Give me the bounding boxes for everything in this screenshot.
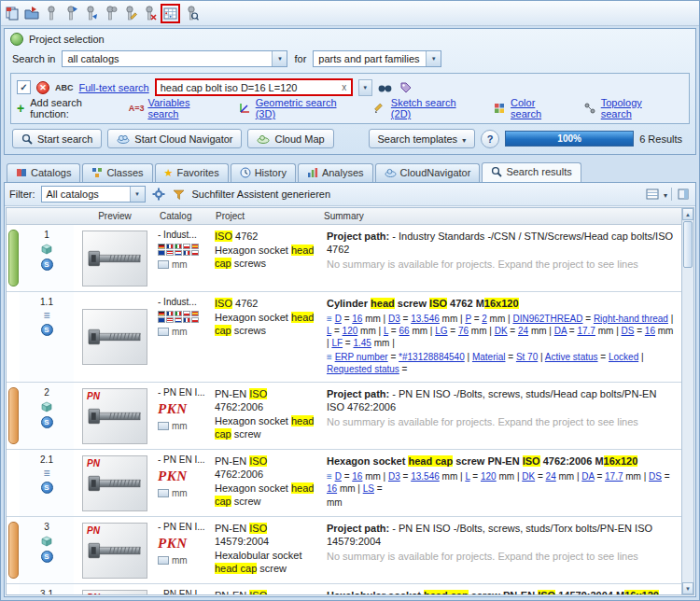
fulltext-search-link[interactable]: Full-text search [79,82,149,93]
value-link[interactable]: DK [495,326,508,336]
header-project[interactable]: Project [212,211,320,221]
value-link[interactable]: 16 [352,314,362,324]
scrollbar-thumb[interactable] [683,221,693,268]
value-link[interactable]: ERP number [335,352,388,362]
tab-history[interactable]: History [231,163,296,182]
value-link[interactable]: 13.546 [411,471,440,482]
project-cell[interactable]: PN-EN ISO 4762:2006Hexagon socket head c… [212,450,320,516]
preview-image[interactable]: PN [82,455,147,511]
bolt-copy-icon[interactable] [102,5,119,21]
start-search-button[interactable]: Start search [12,129,102,148]
bolt-search-icon[interactable] [183,5,200,21]
value-link[interactable]: LG [435,326,447,336]
value-link[interactable]: LF [331,338,343,348]
project-cell[interactable]: PN-EN ISO 14579:2004Hexalobular socket h… [212,517,320,583]
value-link[interactable]: LS [363,483,374,494]
value-link[interactable]: 17.7 [605,471,623,482]
search-templates-button[interactable]: Search templates [369,129,476,148]
cloud-map-button[interactable]: Cloud Map [247,129,333,148]
tab-favorites[interactable]: ★ Favorites [155,163,229,182]
chevron-down-icon[interactable] [664,189,667,200]
tab-cloudnavigator[interactable]: CloudNavigator [375,163,481,182]
add-icon[interactable]: + [17,103,24,114]
geometric-search-link[interactable]: Geometric search (3D) [237,97,358,119]
bolt-edit-icon[interactable] [121,5,138,21]
tab-classes[interactable]: Classes [82,163,152,182]
value-link[interactable]: D3 [388,314,400,324]
value-link[interactable]: Right-hand thread [594,314,668,324]
value-link[interactable]: DK [522,471,535,482]
value-link[interactable]: 120 [481,471,497,482]
project-cell[interactable]: PN-EN ISO 4762:2006Hexagon socket head c… [212,383,320,449]
project-cell[interactable]: ISO 4762Hexagon socket head cap screws [212,292,320,382]
query-history-dropdown[interactable] [358,79,372,96]
table-row[interactable]: 2 S PN - PN EN I... PKN mm PN-EN ISO 4 [7,383,681,450]
header-summary[interactable]: Summary [320,211,681,221]
gear-icon[interactable] [151,187,166,202]
remove-search-icon[interactable]: ✕ [36,81,49,94]
value-link[interactable]: 13.546 [411,314,440,324]
value-link[interactable]: 1.45 [353,338,371,348]
bolt-import-icon[interactable] [82,5,99,21]
value-link[interactable]: 66 [399,326,410,336]
tag-icon[interactable] [399,80,413,95]
search-for-select[interactable]: parts and part families [313,50,441,67]
value-link[interactable]: Material [472,352,506,362]
header-preview[interactable]: Preview [74,211,156,221]
preview-image[interactable] [82,231,147,287]
value-link[interactable]: DIN962THREAD [512,314,582,324]
preview-image[interactable]: PN [82,523,147,579]
value-link[interactable]: DA [581,471,594,482]
clear-input-icon[interactable]: x [338,82,351,92]
value-link[interactable]: Requested status [327,364,399,374]
bolt-icon[interactable] [43,5,60,21]
tab-search-results[interactable]: Search results [482,162,581,183]
fulltext-query-input[interactable]: head cap bolt iso D=16 L=120 x [155,78,353,96]
preview-image[interactable]: PN [82,388,147,444]
filter-wizard-icon[interactable] [172,187,187,202]
value-link[interactable]: Locked [609,352,638,362]
fulltext-query-value[interactable]: head cap bolt iso D=16 L=120 [157,82,338,93]
filter-assistant-label[interactable]: Suchfilter Assistent generieren [192,189,331,200]
table-row[interactable]: 3 S PN - PN EN I... PKN mm PN-EN ISO 1 [7,517,681,584]
value-link[interactable]: St 70 [516,352,538,362]
bolt-delete-icon[interactable] [141,5,158,21]
table-row[interactable]: 3.1 ≡ S PN - PN EN I... PKN mm PN-EN IS [7,584,681,594]
value-link[interactable]: DS [622,326,635,336]
value-link[interactable]: Active status [545,352,598,362]
value-link[interactable]: D3 [388,471,400,482]
sketch-search-link[interactable]: Sketch search (2D) [372,97,478,119]
value-link[interactable]: 16 [352,471,362,482]
value-link[interactable]: 17.7 [577,326,595,336]
value-link[interactable]: 16 [645,326,655,336]
color-search-link[interactable]: Color search [492,97,568,119]
value-link[interactable]: DS [649,471,662,482]
open-part-icon[interactable] [23,5,40,21]
chevron-down-icon[interactable] [130,187,145,202]
tab-analyses[interactable]: Analyses [298,163,373,182]
preview-image[interactable]: PN [82,590,147,595]
project-cell[interactable]: ISO 4762Hexagon socket head cap screws [212,225,320,291]
list-view-icon[interactable] [645,187,660,202]
scroll-up-button[interactable] [682,208,693,220]
chevron-down-icon[interactable] [272,51,287,66]
start-cloud-navigator-button[interactable]: Start Cloud Navigator [107,129,242,148]
value-link[interactable]: 16 [327,483,337,494]
vertical-scrollbar[interactable] [681,208,693,594]
fulltext-checkbox[interactable] [17,80,31,94]
value-link[interactable]: 24 [546,471,556,482]
chevron-down-icon[interactable] [426,51,441,66]
preview-image[interactable] [82,309,147,365]
table-view-icon[interactable] [161,4,180,23]
value-link[interactable]: 24 [518,326,528,336]
value-link[interactable]: 76 [458,326,469,336]
value-link[interactable]: *#13128884540 [399,352,465,362]
table-row[interactable]: 1.1 ≡ S - Indust... mm ISO 4762Hexago [7,292,681,383]
bolt-export-icon[interactable] [63,5,79,21]
scrollbar-track[interactable] [682,269,693,582]
help-button[interactable]: ? [481,130,499,148]
filter-select[interactable]: All catalogs [41,186,146,203]
tab-catalogs[interactable]: Catalogs [7,163,80,182]
header-catalog[interactable]: Catalog [156,211,212,221]
scroll-down-button[interactable] [682,582,693,594]
